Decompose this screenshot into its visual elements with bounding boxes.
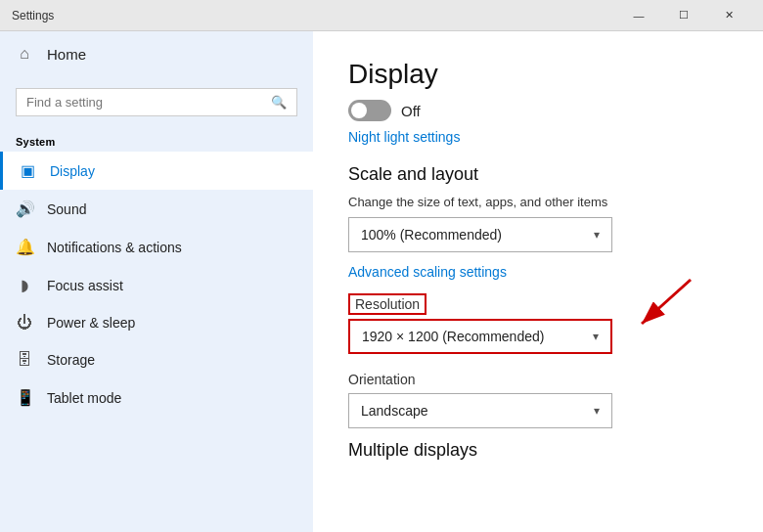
- multiple-displays-heading: Multiple displays: [348, 440, 728, 461]
- scale-value: 100% (Recommended): [361, 227, 502, 243]
- svg-line-1: [642, 280, 691, 324]
- search-input[interactable]: [26, 95, 263, 110]
- home-label: Home: [47, 46, 86, 63]
- sidebar-item-display[interactable]: ▣ Display: [0, 152, 313, 190]
- sidebar-item-sound[interactable]: 🔊 Sound: [0, 190, 313, 228]
- sidebar-tablet-label: Tablet mode: [47, 390, 121, 406]
- resolution-label: Resolution: [348, 295, 612, 313]
- power-icon: ⏻: [16, 314, 33, 332]
- scale-section-heading: Scale and layout: [348, 164, 728, 185]
- sidebar-sound-label: Sound: [47, 201, 86, 217]
- sidebar-power-label: Power & sleep: [47, 315, 135, 331]
- sidebar-item-home[interactable]: ⌂ Home: [0, 31, 313, 76]
- night-light-link[interactable]: Night light settings: [348, 129, 728, 145]
- scale-description: Change the size of text, apps, and other…: [348, 195, 728, 209]
- focus-icon: ◗: [16, 276, 33, 294]
- search-icon: 🔍: [271, 95, 287, 110]
- sidebar-display-label: Display: [50, 163, 95, 179]
- window-controls: — ☐ ✕: [616, 0, 751, 31]
- sidebar-item-storage[interactable]: 🗄 Storage: [0, 341, 313, 378]
- orientation-section: Orientation Landscape ▾: [348, 372, 728, 428]
- sidebar: ⌂ Home 🔍 System ▣ Display 🔊 Sound 🔔 Noti…: [0, 31, 313, 532]
- content-area: Display Off Night light settings Scale a…: [313, 31, 763, 532]
- close-button[interactable]: ✕: [706, 0, 751, 31]
- sidebar-section-label: System: [0, 128, 313, 152]
- titlebar: Settings — ☐ ✕: [0, 0, 763, 31]
- scale-dropdown-arrow: ▾: [594, 228, 600, 242]
- sidebar-item-tablet[interactable]: 📱 Tablet mode: [0, 378, 313, 417]
- orientation-dropdown[interactable]: Landscape ▾: [348, 393, 612, 428]
- sidebar-item-notifications[interactable]: 🔔 Notifications & actions: [0, 228, 313, 266]
- sidebar-storage-label: Storage: [47, 352, 95, 368]
- app-body: ⌂ Home 🔍 System ▣ Display 🔊 Sound 🔔 Noti…: [0, 31, 763, 532]
- resolution-label-text: Resolution: [348, 293, 426, 315]
- maximize-button[interactable]: ☐: [661, 0, 706, 31]
- display-icon: ▣: [19, 161, 36, 180]
- sound-icon: 🔊: [16, 200, 33, 218]
- toggle-state-label: Off: [401, 103, 421, 119]
- search-box[interactable]: 🔍: [16, 88, 297, 116]
- display-toggle[interactable]: [348, 100, 391, 121]
- minimize-button[interactable]: —: [616, 0, 661, 31]
- sidebar-item-focus[interactable]: ◗ Focus assist: [0, 266, 313, 304]
- annotation-arrow: [612, 275, 696, 338]
- sidebar-item-power[interactable]: ⏻ Power & sleep: [0, 304, 313, 341]
- orientation-dropdown-arrow: ▾: [594, 404, 600, 418]
- page-title: Display: [348, 59, 728, 90]
- orientation-label: Orientation: [348, 372, 728, 387]
- resolution-dropdown-arrow: ▾: [593, 330, 599, 343]
- scale-dropdown[interactable]: 100% (Recommended) ▾: [348, 217, 612, 252]
- sidebar-notifications-label: Notifications & actions: [47, 240, 182, 255]
- orientation-value: Landscape: [361, 403, 428, 419]
- home-icon: ⌂: [16, 45, 33, 63]
- resolution-section: Resolution 1920 × 1200 (Recommended) ▾: [348, 295, 612, 368]
- notifications-icon: 🔔: [16, 238, 33, 256]
- sidebar-focus-label: Focus assist: [47, 278, 123, 293]
- storage-icon: 🗄: [16, 351, 33, 369]
- tablet-icon: 📱: [16, 388, 33, 407]
- app-title: Settings: [12, 9, 54, 22]
- resolution-value: 1920 × 1200 (Recommended): [362, 329, 544, 344]
- resolution-dropdown[interactable]: 1920 × 1200 (Recommended) ▾: [348, 319, 612, 354]
- resolution-dropdown-wrapper: 1920 × 1200 (Recommended) ▾: [348, 319, 612, 368]
- display-toggle-row: Off: [348, 100, 728, 121]
